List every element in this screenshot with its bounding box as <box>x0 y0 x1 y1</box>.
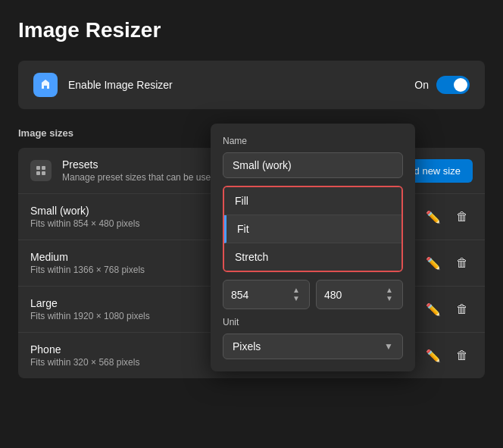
medium-actions: ✏️ 🗑 <box>423 252 473 274</box>
fit-type-fit[interactable]: Fit <box>224 215 401 243</box>
phone-edit-button[interactable]: ✏️ <box>423 345 444 366</box>
height-input-container: ▲ ▼ <box>316 280 403 309</box>
enable-label: Enable Image Resizer <box>68 79 414 91</box>
svg-rect-2 <box>42 166 45 170</box>
svg-rect-3 <box>36 171 40 175</box>
phone-actions: ✏️ 🗑 <box>423 345 473 366</box>
small-work-delete-button[interactable]: 🗑 <box>451 206 473 227</box>
unit-field-label: Unit <box>223 317 403 327</box>
large-actions: ✏️ 🗑 <box>423 299 473 320</box>
fit-type-stretch[interactable]: Stretch <box>224 243 401 271</box>
width-up-button[interactable]: ▲ <box>291 287 301 294</box>
medium-delete-button[interactable]: 🗑 <box>451 252 473 274</box>
unit-select-value: Pixels <box>233 340 384 352</box>
large-edit-button[interactable]: ✏️ <box>423 299 444 320</box>
enable-toggle[interactable] <box>436 76 470 94</box>
height-spinners: ▲ ▼ <box>384 287 395 302</box>
width-input-container: ▲ ▼ <box>223 280 310 309</box>
edit-dropdown-panel: Name Fill Fit Stretch ▲ ▼ ▲ ▼ <box>211 124 415 371</box>
large-delete-button[interactable]: 🗑 <box>451 299 473 320</box>
enable-status: On <box>414 79 429 91</box>
page-container: Image Resizer Enable Image Resizer On Im… <box>0 0 503 448</box>
chevron-down-icon: ▼ <box>384 341 393 352</box>
small-work-actions: ✏️ 🗑 <box>423 206 473 227</box>
medium-edit-button[interactable]: ✏️ <box>423 252 444 274</box>
name-field-label: Name <box>223 136 403 146</box>
name-input[interactable] <box>223 152 403 178</box>
dimensions-row: ▲ ▼ ▲ ▼ <box>223 280 403 309</box>
presets-icon <box>30 160 52 181</box>
svg-rect-4 <box>42 171 45 175</box>
phone-delete-button[interactable]: 🗑 <box>451 345 473 366</box>
svg-rect-0 <box>44 86 47 89</box>
width-down-button[interactable]: ▼ <box>291 295 301 302</box>
fit-type-fill[interactable]: Fill <box>224 187 401 215</box>
height-input[interactable] <box>324 289 373 301</box>
width-spinners: ▲ ▼ <box>291 287 301 302</box>
enable-row: Enable Image Resizer On <box>18 61 485 109</box>
small-work-edit-button[interactable]: ✏️ <box>423 206 444 227</box>
height-down-button[interactable]: ▼ <box>384 295 395 302</box>
height-up-button[interactable]: ▲ <box>384 287 395 294</box>
enable-icon <box>33 73 58 97</box>
svg-rect-1 <box>36 166 40 170</box>
unit-select[interactable]: Pixels ▼ <box>223 334 403 359</box>
fit-type-list: Fill Fit Stretch <box>223 186 403 272</box>
page-title: Image Resizer <box>18 18 485 42</box>
width-input[interactable] <box>231 289 280 301</box>
